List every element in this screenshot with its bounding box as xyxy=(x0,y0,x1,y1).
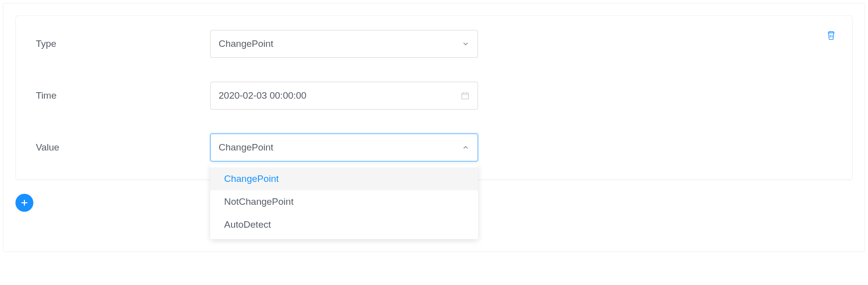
label-value: Value xyxy=(36,142,210,153)
value-input-wrap: ChangePoint ChangePointNotChangePointAut… xyxy=(210,134,478,161)
value-option[interactable]: AutoDetect xyxy=(210,213,478,236)
row-type: Type ChangePoint xyxy=(36,30,832,58)
type-select-value: ChangePoint xyxy=(219,38,273,49)
form-card: Type ChangePoint Time 2020-02-03 00:00:0… xyxy=(15,15,853,180)
chevron-up-icon xyxy=(462,143,470,151)
type-input-wrap: ChangePoint xyxy=(210,30,478,58)
chevron-down-icon xyxy=(462,40,470,48)
trash-icon xyxy=(826,30,836,41)
row-time: Time 2020-02-03 00:00:00 xyxy=(36,82,832,110)
panel-outer: Type ChangePoint Time 2020-02-03 00:00:0… xyxy=(3,3,865,252)
value-select[interactable]: ChangePoint xyxy=(210,134,478,161)
value-dropdown: ChangePointNotChangePointAutoDetect xyxy=(210,164,478,239)
delete-button[interactable] xyxy=(824,28,838,43)
row-value: Value ChangePoint ChangePointNotChangePo… xyxy=(36,134,832,161)
label-type: Type xyxy=(36,38,210,49)
type-select[interactable]: ChangePoint xyxy=(210,30,478,58)
label-time: Time xyxy=(36,90,210,101)
value-option[interactable]: ChangePoint xyxy=(210,167,478,190)
add-button[interactable] xyxy=(15,194,33,212)
time-input-wrap: 2020-02-03 00:00:00 xyxy=(210,82,478,110)
time-picker[interactable]: 2020-02-03 00:00:00 xyxy=(210,82,478,110)
calendar-icon xyxy=(461,91,470,100)
time-picker-value: 2020-02-03 00:00:00 xyxy=(219,90,306,101)
value-select-value: ChangePoint xyxy=(219,142,273,153)
svg-rect-0 xyxy=(462,93,469,99)
value-option[interactable]: NotChangePoint xyxy=(210,190,478,213)
plus-icon xyxy=(19,198,29,208)
